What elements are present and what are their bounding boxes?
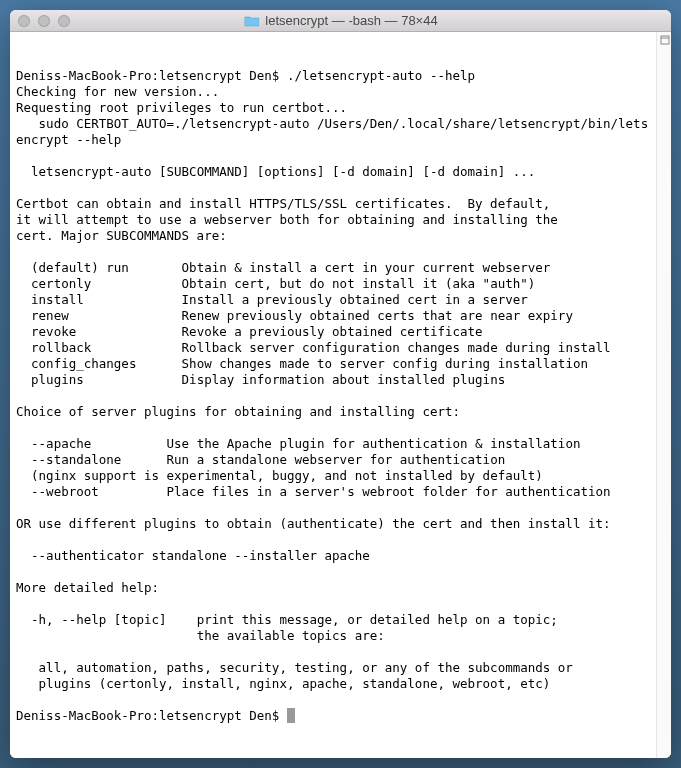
- output-line: config_changes Show changes made to serv…: [16, 356, 588, 371]
- output-line: plugins Display information about instal…: [16, 372, 505, 387]
- terminal-window: letsencrypt — -bash — 78×44 Deniss-MacBo…: [10, 10, 671, 758]
- output-line: install Install a previously obtained ce…: [16, 292, 528, 307]
- output-line: all, automation, paths, security, testin…: [16, 660, 573, 675]
- output-line: (default) run Obtain & install a cert in…: [16, 260, 550, 275]
- output-line: plugins (certonly, install, nginx, apach…: [16, 676, 550, 691]
- output-line: it will attempt to use a webserver both …: [16, 212, 558, 227]
- prompt-line-1: Deniss-MacBook-Pro:letsencrypt Den$ ./le…: [16, 68, 475, 83]
- scrollbar-up-icon[interactable]: [657, 32, 671, 47]
- output-line: revoke Revoke a previously obtained cert…: [16, 324, 483, 339]
- output-line: More detailed help:: [16, 580, 159, 595]
- cursor: [287, 708, 295, 723]
- output-line: rollback Rollback server configuration c…: [16, 340, 611, 355]
- output-line: Certbot can obtain and install HTTPS/TLS…: [16, 196, 550, 211]
- minimize-button[interactable]: [38, 15, 50, 27]
- output-line: cert. Major SUBCOMMANDS are:: [16, 228, 227, 243]
- output-line: --standalone Run a standalone webserver …: [16, 452, 505, 467]
- output-line: --webroot Place files in a server's webr…: [16, 484, 611, 499]
- output-line: OR use different plugins to obtain (auth…: [16, 516, 611, 531]
- output-line: --authenticator standalone --installer a…: [16, 548, 370, 563]
- output-line: Choice of server plugins for obtaining a…: [16, 404, 460, 419]
- zoom-button[interactable]: [58, 15, 70, 27]
- titlebar[interactable]: letsencrypt — -bash — 78×44: [10, 10, 671, 32]
- output-line: sudo CERTBOT_AUTO=./letsencrypt-auto /Us…: [16, 116, 648, 147]
- terminal-body[interactable]: Deniss-MacBook-Pro:letsencrypt Den$ ./le…: [10, 32, 671, 758]
- output-line: certonly Obtain cert, but do not install…: [16, 276, 535, 291]
- output-line: (nginx support is experimental, buggy, a…: [16, 468, 543, 483]
- output-line: Requesting root privileges to run certbo…: [16, 100, 347, 115]
- scrollbar[interactable]: [656, 32, 671, 758]
- svg-rect-0: [661, 36, 669, 44]
- prompt-line-2: Deniss-MacBook-Pro:letsencrypt Den$: [16, 708, 295, 723]
- output-line: letsencrypt-auto [SUBCOMMAND] [options] …: [16, 164, 535, 179]
- folder-icon: [243, 15, 259, 27]
- output-line: renew Renew previously obtained certs th…: [16, 308, 573, 323]
- output-line: --apache Use the Apache plugin for authe…: [16, 436, 580, 451]
- output-line: -h, --help [topic] print this message, o…: [16, 612, 558, 627]
- output-line: the available topics are:: [16, 628, 385, 643]
- traffic-lights: [18, 15, 70, 27]
- title-text: letsencrypt — -bash — 78×44: [265, 13, 437, 28]
- output-line: Checking for new version...: [16, 84, 219, 99]
- terminal-content: Deniss-MacBook-Pro:letsencrypt Den$ ./le…: [16, 68, 665, 724]
- window-title: letsencrypt — -bash — 78×44: [243, 13, 437, 28]
- prompt-host: Deniss-MacBook-Pro:letsencrypt Den$: [16, 708, 287, 723]
- prompt-cmd: ./letsencrypt-auto --help: [287, 68, 475, 83]
- close-button[interactable]: [18, 15, 30, 27]
- prompt-host: Deniss-MacBook-Pro:letsencrypt Den$: [16, 68, 287, 83]
